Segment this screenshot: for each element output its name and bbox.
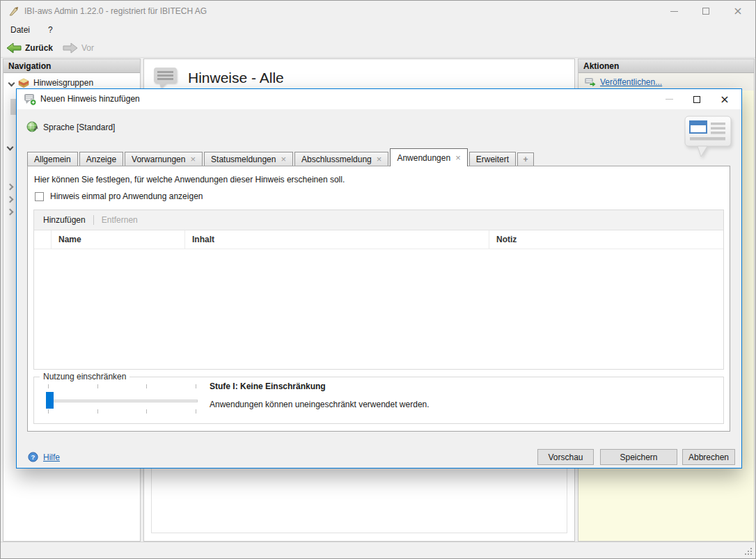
chevron-down-icon[interactable] [8, 79, 15, 86]
maximize-button[interactable] [690, 1, 722, 22]
maximize-icon [693, 96, 700, 103]
app-logo-icon [8, 6, 19, 17]
tab-label: Anzeige [86, 155, 116, 164]
tab-close-icon[interactable]: × [455, 153, 461, 162]
forward-arrow-icon [63, 42, 78, 54]
plus-icon: + [523, 155, 528, 164]
tree-item-label: Hinweisgruppen [33, 78, 93, 88]
navigation-header: Navigation [3, 59, 140, 73]
window-title: IBI-aws Admin 1.22.0 - registriert für I… [24, 6, 207, 16]
tab-anzeige[interactable]: Anzeige [79, 152, 123, 166]
preview-button[interactable]: Vorschau [537, 449, 594, 465]
tab-abschlussmeldung[interactable]: Abschlussmeldung× [294, 152, 388, 166]
add-note-icon [24, 93, 37, 106]
instruction-text: Hier können Sie festlegen, für welche An… [34, 175, 345, 184]
tab-vorwarnungen[interactable]: Vorwarnungen× [125, 152, 203, 166]
tab-erweitert[interactable]: Erweitert [469, 152, 516, 166]
tab-label: Statusmeldungen [211, 155, 276, 164]
minimize-icon [670, 11, 678, 12]
tab-label: Erweitert [476, 155, 509, 164]
table-header-inhalt[interactable]: Inhalt [184, 230, 489, 249]
back-button[interactable]: Zurück [6, 42, 53, 54]
checkbox-label: Hinweis einmal pro Anwendung anzeigen [50, 191, 203, 201]
save-button[interactable]: Speichern [600, 449, 677, 465]
anwendungen-tab-page: Hier können Sie festlegen, für welche An… [27, 166, 730, 432]
table-header-row: Name Inhalt Notiz [34, 230, 723, 249]
notes-bubble-icon [153, 67, 178, 88]
tab-label: Allgemein [34, 155, 71, 164]
minimize-button[interactable] [658, 1, 690, 22]
slider-thumb[interactable] [46, 392, 54, 409]
nav-toolbar: Zurück Vor [1, 38, 755, 58]
main-titlebar: IBI-aws Admin 1.22.0 - registriert für I… [1, 1, 755, 22]
tab-add-button[interactable]: + [517, 152, 534, 166]
chevron-right-icon[interactable] [7, 209, 14, 216]
actions-header: Aktionen [578, 59, 754, 73]
app-window: IBI-aws Admin 1.22.0 - registriert für I… [0, 0, 756, 559]
svg-text:?: ? [31, 453, 36, 461]
dialog-title: Neuen Hinweis hinzufügen [40, 94, 140, 104]
dialog-minimize-button[interactable] [655, 89, 683, 109]
resize-grip-icon[interactable] [750, 548, 752, 549]
list-toolbar: Hinzufügen Entfernen [34, 210, 723, 230]
close-button[interactable]: × [722, 1, 754, 22]
once-per-app-option[interactable]: Hinweis einmal pro Anwendung anzeigen [35, 191, 203, 201]
publish-link[interactable]: Veröffentlichen... [600, 77, 662, 87]
back-arrow-icon [6, 42, 22, 54]
back-label: Zurück [25, 43, 53, 53]
table-header-notiz[interactable]: Notiz [489, 230, 723, 249]
minimize-icon [666, 99, 673, 100]
forward-label: Vor [81, 43, 94, 53]
forward-button[interactable]: Vor [63, 42, 94, 54]
restriction-level-description: Anwendungen können uneingeschränkt verwe… [210, 400, 430, 409]
language-label: Sprache [Standard] [43, 123, 115, 132]
usage-restriction-group: Nutzung einschränken Stufe I: Keine Eins… [33, 377, 724, 424]
toolbar-separator [93, 215, 94, 225]
restriction-level-title: Stufe I: Keine Einschränkung [210, 381, 326, 391]
tab-close-icon[interactable]: × [190, 155, 196, 164]
watermark-bubble-icon [684, 116, 734, 159]
dialog-tabs: Allgemein Anzeige Vorwarnungen× Statusme… [27, 148, 535, 166]
add-note-dialog: Neuen Hinweis hinzufügen × Sprache [Stan… [16, 88, 742, 469]
remove-application-button[interactable]: Entfernen [102, 215, 138, 225]
tree-item-hinweisgruppen[interactable]: Hinweisgruppen [3, 76, 140, 90]
tab-anwendungen[interactable]: Anwendungen× [390, 148, 467, 166]
chevron-right-icon[interactable] [7, 184, 14, 191]
publish-icon [584, 77, 596, 87]
chevron-right-icon[interactable] [7, 196, 14, 203]
status-bar [1, 542, 755, 558]
cancel-button[interactable]: Abbrechen [682, 449, 735, 465]
slider-ticks-top [48, 384, 196, 388]
tab-allgemein[interactable]: Allgemein [27, 152, 78, 166]
tab-statusmeldungen[interactable]: Statusmeldungen× [204, 152, 293, 166]
page-title: Hinweise - Alle [188, 70, 284, 86]
group-legend: Nutzung einschränken [40, 372, 129, 381]
globe-icon [26, 121, 38, 133]
language-selector[interactable]: Sprache [Standard] [26, 121, 115, 133]
help-link[interactable]: Hilfe [43, 452, 60, 462]
dialog-close-button[interactable]: × [711, 89, 739, 109]
dialog-titlebar: Neuen Hinweis hinzufügen × [17, 89, 741, 109]
tab-label: Anwendungen [397, 153, 450, 163]
tab-close-icon[interactable]: × [281, 155, 286, 164]
close-icon: × [720, 94, 729, 105]
tab-close-icon[interactable]: × [377, 155, 382, 164]
slider-ticks-bottom [48, 409, 196, 414]
menu-help[interactable]: ? [48, 25, 53, 35]
chevron-down-icon[interactable] [7, 144, 14, 151]
table-header-name[interactable]: Name [51, 230, 184, 249]
help-action[interactable]: ? Hilfe [28, 452, 60, 462]
dialog-maximize-button[interactable] [683, 89, 711, 109]
menu-bar: Datei ? [1, 22, 755, 38]
group-package-icon [18, 78, 29, 88]
restriction-slider[interactable] [46, 400, 198, 402]
applications-list: Hinzufügen Entfernen Name Inhalt Notiz [33, 210, 724, 370]
close-icon: × [733, 6, 742, 17]
table-header-blank [34, 230, 51, 249]
publish-action[interactable]: Veröffentlichen... [584, 77, 662, 87]
menu-file[interactable]: Datei [10, 25, 30, 35]
help-icon: ? [28, 452, 38, 462]
add-application-button[interactable]: Hinzufügen [43, 215, 86, 225]
maximize-icon [702, 8, 709, 15]
checkbox[interactable] [35, 192, 44, 201]
